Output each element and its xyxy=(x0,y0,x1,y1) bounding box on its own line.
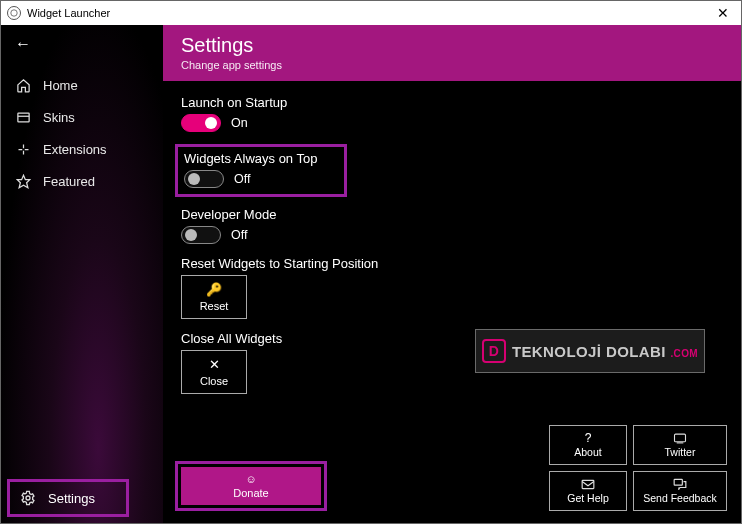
watermark: D TEKNOLOJİ DOLABI .COM xyxy=(475,329,705,373)
toggle-state: On xyxy=(231,116,248,130)
sidebar-item-featured[interactable]: Featured xyxy=(1,165,163,197)
setting-reset-widgets: Reset Widgets to Starting Position 🔑 Res… xyxy=(181,256,723,319)
close-icon: ✕ xyxy=(209,357,220,372)
page-subtitle: Change app settings xyxy=(181,59,723,71)
question-icon: ? xyxy=(585,432,592,444)
skins-icon xyxy=(15,109,31,125)
toggle-launch-startup[interactable] xyxy=(181,114,221,132)
svg-rect-6 xyxy=(582,480,594,488)
svg-point-4 xyxy=(26,496,30,500)
main-panel: Settings Change app settings Launch on S… xyxy=(163,25,741,523)
page-header: Settings Change app settings xyxy=(163,25,741,81)
toggle-state: Off xyxy=(234,172,250,186)
button-label: Twitter xyxy=(665,446,696,458)
setting-always-on-top: Widgets Always on Top Off xyxy=(184,151,338,188)
sidebar-item-label: Extensions xyxy=(43,142,107,157)
sidebar-item-skins[interactable]: Skins xyxy=(1,101,163,133)
app-body: ← Home Skins Extensions Featured xyxy=(1,25,741,523)
toggle-always-on-top[interactable] xyxy=(184,170,224,188)
button-label: Close xyxy=(200,375,228,387)
settings-content: Launch on Startup On Widgets Always on T… xyxy=(163,81,741,523)
twitter-button[interactable]: Twitter xyxy=(633,425,727,465)
reset-button[interactable]: 🔑 Reset xyxy=(181,275,247,319)
star-icon xyxy=(15,173,31,189)
close-window-button[interactable]: ✕ xyxy=(711,5,735,21)
svg-rect-1 xyxy=(17,113,28,122)
button-label: Donate xyxy=(233,487,268,499)
sidebar-item-label: Skins xyxy=(43,110,75,125)
extensions-icon xyxy=(15,141,31,157)
svg-marker-3 xyxy=(17,175,30,188)
feedback-icon xyxy=(673,478,687,490)
get-help-button[interactable]: Get Help xyxy=(549,471,627,511)
highlight-donate: ☺ Donate xyxy=(175,461,327,511)
app-icon xyxy=(7,6,21,20)
highlight-always-on-top: Widgets Always on Top Off xyxy=(175,144,347,197)
window-title: Widget Launcher xyxy=(27,7,110,19)
mail-icon xyxy=(581,479,595,490)
setting-label: Developer Mode xyxy=(181,207,723,222)
close-all-button[interactable]: ✕ Close xyxy=(181,350,247,394)
sidebar-item-settings[interactable]: Settings xyxy=(7,479,129,517)
setting-label: Launch on Startup xyxy=(181,95,723,110)
sidebar-item-label: Featured xyxy=(43,174,95,189)
watermark-suffix: .COM xyxy=(670,348,698,359)
svg-point-0 xyxy=(11,10,17,16)
nav-list: Home Skins Extensions Featured xyxy=(1,61,163,197)
footer-area: ☺ Donate ? About Twitter xyxy=(163,511,741,523)
twitter-icon xyxy=(673,433,687,444)
titlebar: Widget Launcher ✕ xyxy=(1,1,741,25)
svg-rect-5 xyxy=(675,434,686,442)
toggle-state: Off xyxy=(231,228,247,242)
page-title: Settings xyxy=(181,34,723,57)
sidebar-item-label: Home xyxy=(43,78,78,93)
watermark-text: TEKNOLOJİ DOLABI xyxy=(512,343,666,360)
sidebar-item-label: Settings xyxy=(48,491,95,506)
watermark-logo-icon: D xyxy=(482,339,506,363)
footer-buttons: ? About Twitter Get Help xyxy=(549,425,727,511)
setting-label: Widgets Always on Top xyxy=(184,151,338,166)
app-window: Widget Launcher ✕ ← Home Skins Extension… xyxy=(0,0,742,524)
button-label: About xyxy=(574,446,601,458)
donate-button[interactable]: ☺ Donate xyxy=(181,467,321,505)
back-button[interactable]: ← xyxy=(1,25,163,61)
key-icon: 🔑 xyxy=(206,282,222,297)
gear-icon xyxy=(20,490,36,506)
home-icon xyxy=(15,77,31,93)
sidebar: ← Home Skins Extensions Featured xyxy=(1,25,163,523)
sidebar-item-extensions[interactable]: Extensions xyxy=(1,133,163,165)
send-feedback-button[interactable]: Send Feedback xyxy=(633,471,727,511)
sidebar-item-home[interactable]: Home xyxy=(1,69,163,101)
toggle-developer-mode[interactable] xyxy=(181,226,221,244)
smile-icon: ☺ xyxy=(245,473,256,485)
about-button[interactable]: ? About xyxy=(549,425,627,465)
setting-launch-startup: Launch on Startup On xyxy=(181,95,723,132)
button-label: Send Feedback xyxy=(643,492,717,504)
svg-rect-7 xyxy=(674,479,682,485)
setting-label: Reset Widgets to Starting Position xyxy=(181,256,723,271)
button-label: Get Help xyxy=(567,492,608,504)
button-label: Reset xyxy=(200,300,229,312)
setting-developer-mode: Developer Mode Off xyxy=(181,207,723,244)
